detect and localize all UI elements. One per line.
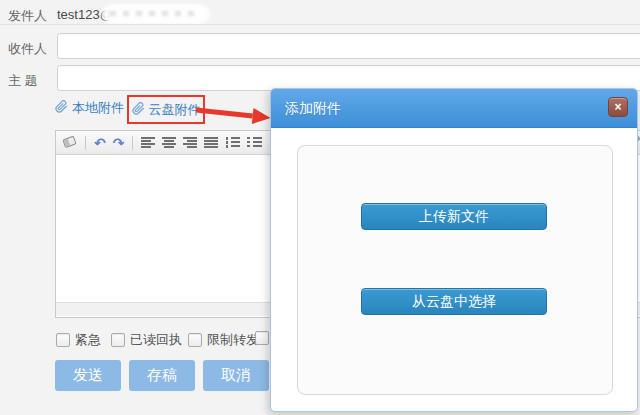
choose-from-cloud-button[interactable]: 从云盘中选择 (361, 288, 547, 315)
subject-label: 主 题 (8, 72, 38, 90)
to-input[interactable] (57, 33, 640, 59)
align-right-icon[interactable] (183, 137, 197, 148)
urgent-checkbox[interactable] (56, 333, 70, 347)
close-icon[interactable]: × (608, 97, 628, 117)
send-button[interactable]: 发送 (55, 360, 121, 391)
save-draft-button[interactable]: 存稿 (129, 360, 195, 391)
clear-format-icon[interactable] (62, 134, 77, 152)
dialog-title: 添加附件 (285, 89, 341, 127)
redo-icon[interactable]: ↷ (113, 136, 125, 150)
paperclip-icon (132, 102, 145, 118)
dialog-panel: 上传新文件 从云盘中选择 (297, 145, 613, 395)
read-receipt-label: 已读回执 (130, 331, 182, 349)
align-left-icon[interactable] (141, 137, 155, 148)
add-attachment-dialog: 添加附件 × 上传新文件 从云盘中选择 (270, 88, 638, 412)
option-urgent: 紧急 (56, 331, 101, 349)
from-label: 发件人 (8, 7, 47, 25)
ordered-list-icon[interactable] (225, 137, 240, 148)
hidden-option-checkbox[interactable] (255, 331, 269, 345)
compose-mail-screen: 发件人 test123@ 收件人 主 题 本地附件 云盘附件 ↶ (0, 0, 640, 415)
urgent-label: 紧急 (75, 331, 101, 349)
redaction-patch (104, 6, 208, 22)
upload-new-file-button[interactable]: 上传新文件 (361, 203, 547, 230)
local-attachment-label: 本地附件 (72, 99, 124, 117)
cloud-attachment-label: 云盘附件 (149, 101, 201, 119)
restrict-forward-label: 限制转发 (207, 331, 259, 349)
toolbar-separator (85, 136, 86, 150)
annotation-arrow (196, 101, 278, 131)
option-restrict-forward: 限制转发 (188, 331, 259, 349)
read-receipt-checkbox[interactable] (111, 333, 125, 347)
row-divider (0, 24, 640, 25)
align-justify-icon[interactable] (204, 137, 218, 148)
toolbar-separator (132, 136, 133, 150)
undo-icon[interactable]: ↶ (94, 136, 106, 150)
cloud-attachment-highlight[interactable]: 云盘附件 (127, 95, 205, 124)
local-attachment-link[interactable]: 本地附件 (55, 99, 124, 117)
option-hidden (255, 331, 269, 345)
cancel-button[interactable]: 取消 (203, 360, 269, 391)
restrict-forward-checkbox[interactable] (188, 333, 202, 347)
align-center-icon[interactable] (162, 137, 176, 148)
dialog-header[interactable]: 添加附件 × (271, 89, 637, 128)
paperclip-icon (55, 100, 68, 116)
unordered-list-icon[interactable] (247, 137, 262, 148)
option-read-receipt: 已读回执 (111, 331, 182, 349)
to-label: 收件人 (8, 40, 47, 58)
